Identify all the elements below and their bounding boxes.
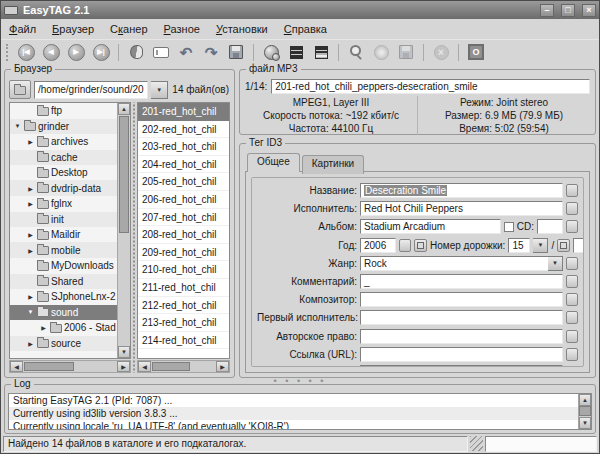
file-row[interactable]: 205-red_hot_chil [138,173,229,191]
track-input[interactable]: 15 [508,238,530,253]
quit-button[interactable] [465,42,487,63]
file-row[interactable]: 210-red_hot_chil [138,261,229,279]
comment-input[interactable]: _ [360,274,563,289]
album-input[interactable]: Stadium Arcadium [360,219,501,234]
track-total-input[interactable] [573,238,584,253]
tree-row[interactable]: ▶mobile [10,243,117,259]
expander-closed-icon[interactable]: ▶ [39,324,48,331]
nav-prev-button[interactable] [40,42,62,63]
file-row[interactable]: 211-red_hot_chil [138,279,229,297]
remove-tag-button[interactable] [150,42,172,63]
scroll-down-icon[interactable]: ▼ [579,417,591,429]
tree-row[interactable]: ▼grinder [10,119,117,135]
filename-input[interactable]: 201-red_hot_chili_peppers-desecration_sm… [271,79,590,94]
list-hscroll-thumb[interactable] [152,362,190,371]
track-total-icon[interactable] [557,239,570,252]
url-apply-button[interactable] [566,348,578,361]
cddb-button[interactable] [260,42,282,63]
list-horizontal-scrollbar[interactable]: ◀ ▶ [137,360,230,373]
scroll-down-icon[interactable]: ▼ [118,346,130,358]
encoder-input[interactable]: I'm Too Lame To Change The Default Setti… [360,365,563,367]
cd-checkbox[interactable] [504,222,514,232]
select-all-button[interactable] [285,42,307,63]
tree-row[interactable]: ▶dvdrip-data [10,181,117,197]
file-row[interactable]: 203-red_hot_chil [138,138,229,156]
tree-vertical-scrollbar[interactable]: ▲ ▼ [117,103,130,358]
file-row[interactable]: 213-red_hot_chil [138,314,229,332]
nav-last-button[interactable] [90,42,112,63]
orig-artist-input[interactable] [360,310,563,325]
nav-first-button[interactable] [15,42,37,63]
nav-next-button[interactable] [65,42,87,63]
tab-common[interactable]: Общее [247,153,300,172]
resize-grip-icon[interactable] [470,436,483,451]
file-row[interactable]: 208-red_hot_chil [138,226,229,244]
unselect-all-button[interactable] [310,42,332,63]
year-input[interactable]: 2006 [360,238,396,253]
expander-closed-icon[interactable]: ▶ [26,185,35,192]
url-input[interactable] [360,347,563,362]
genre-input[interactable]: Rock [360,256,548,271]
scroll-right-icon[interactable]: ▶ [216,361,229,372]
tree-row[interactable]: init [10,212,117,228]
composer-apply-button[interactable] [566,293,578,306]
file-row[interactable]: 212-red_hot_chil [138,297,229,315]
tree-horizontal-scrollbar[interactable]: ◀ ▶ [9,360,131,373]
expander-closed-icon[interactable]: ▶ [26,231,35,238]
title-bar[interactable]: EasyTAG 2.1 – □ × [1,1,599,19]
undo-button[interactable] [175,42,197,63]
year-apply-button[interactable] [399,239,411,252]
title-input[interactable]: Desecration Smile [360,183,563,198]
scroll-up-icon[interactable]: ▲ [118,103,130,115]
toolbar-handle[interactable] [6,44,10,61]
tree-row[interactable]: MyDownloads [10,258,117,274]
scroll-right-icon[interactable]: ▶ [117,361,130,372]
expander-closed-icon[interactable]: ▶ [26,293,35,300]
close-button[interactable]: × [582,4,596,17]
tree-hscroll-thumb[interactable] [24,362,74,371]
file-row[interactable]: 201-red_hot_chil [138,103,229,121]
scroll-left-icon[interactable]: ◀ [10,361,23,372]
scroll-left-icon[interactable]: ◀ [138,361,151,372]
artist-input[interactable]: Red Hot Chili Peppers [360,201,563,216]
log-vertical-scrollbar[interactable]: ▲ ▼ [578,394,591,429]
artist-apply-button[interactable] [566,202,578,215]
minimize-button[interactable]: – [540,4,554,17]
genre-apply-button[interactable] [566,257,578,270]
orig-artist-apply-button[interactable] [566,311,578,324]
file-row[interactable]: 206-red_hot_chil [138,191,229,209]
search-button[interactable] [345,42,367,63]
maximize-button[interactable]: □ [561,4,575,17]
redo-button[interactable] [200,42,222,63]
file-row[interactable]: 202-red_hot_chil [138,121,229,139]
tree-row[interactable]: ▶fglnx [10,196,117,212]
title-apply-button[interactable] [566,184,578,197]
scanner-button[interactable] [125,42,147,63]
expander-closed-icon[interactable]: ▶ [26,200,35,207]
menu-item[interactable]: Разное [164,23,200,35]
expander-open-icon[interactable]: ▼ [13,123,22,129]
save-button[interactable] [225,42,247,63]
expander-closed-icon[interactable]: ▶ [26,340,35,347]
tab-pictures[interactable]: Картинки [302,155,364,174]
path-dropdown-button[interactable] [151,81,168,99]
tree-row[interactable]: Desktop [10,165,117,181]
file-row[interactable]: 204-red_hot_chil [138,156,229,174]
tree-row[interactable]: cache [10,150,117,166]
expander-open-icon[interactable]: ▼ [26,309,35,315]
tree-scroll-thumb[interactable] [119,116,129,233]
menu-item[interactable]: Браузер [52,23,94,35]
menu-item[interactable]: Справка [284,23,327,35]
expander-closed-icon[interactable]: ▶ [26,247,35,254]
menu-item[interactable]: Файл [9,23,36,35]
copyright-input[interactable] [360,329,563,344]
tree-row[interactable]: Shared [10,274,117,290]
genre-combo[interactable]: Rock [360,256,563,271]
tree-row[interactable]: ftp [10,103,117,119]
tree-row[interactable]: ▶Maildir [10,227,117,243]
tree-row[interactable]: ▶archives [10,134,117,150]
menu-item[interactable]: Сканер [110,23,147,35]
encoder-apply-button[interactable] [566,366,578,367]
menu-item[interactable]: Установки [216,23,268,35]
composer-input[interactable] [360,292,563,307]
